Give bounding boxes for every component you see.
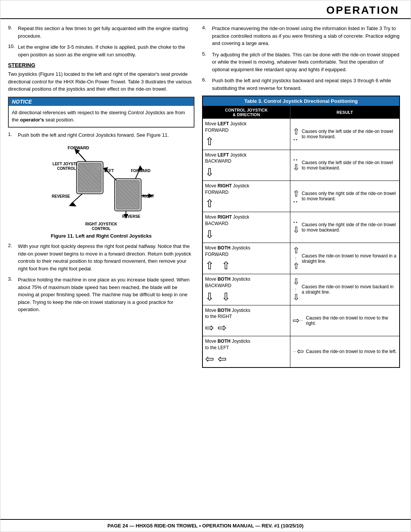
col1-label: CONTROL JOYSTICK& DIRECTION bbox=[225, 108, 268, 117]
result-cell-3: ⇧ ▪▪ Causes only the right side of the r… bbox=[290, 181, 400, 212]
figure-11-svg: FORWARD LEFT JOYSTICK CONTROL REVERSE bbox=[40, 142, 162, 230]
row-arrows-5: ⇧ ⇧ bbox=[205, 259, 288, 272]
step-2: 2. With your right foot quickly depress … bbox=[8, 243, 194, 272]
item-9-text: Repeat this section a few times to get f… bbox=[18, 25, 194, 40]
result-icon-4: ⇩ bbox=[293, 225, 299, 235]
svg-text:RIGHT JOYSTICK: RIGHT JOYSTICK bbox=[85, 222, 118, 226]
result-dots-5a: ⋮ bbox=[294, 256, 298, 260]
result-cell-4: ▪▪ ⇩ Causes only the right side of the r… bbox=[290, 212, 400, 243]
result-row-6: ⇩ ⋮ ⇩ Causes the ride-on trowel to move … bbox=[293, 277, 397, 302]
row-arrow-3: ⇧ bbox=[205, 197, 288, 210]
item-9-num: 9. bbox=[8, 25, 16, 40]
page-footer: PAGE 24 — HHXG5 RIDE-ON TROWEL • OPERATI… bbox=[0, 519, 411, 532]
step-3: 3. Practice holding the machine in one p… bbox=[8, 276, 194, 313]
step-6-text: Push both the left and right joysticks b… bbox=[212, 77, 400, 92]
arrow-5-left: ⇧ bbox=[205, 259, 214, 272]
joystick-cell-1: Move LEFT JoystickFORWARD ⇧ bbox=[202, 119, 290, 150]
step-5: 5. Try adjusting the pitch of the blades… bbox=[202, 51, 400, 73]
steering-text: Two joysticks (Figure 11) located to the… bbox=[8, 70, 194, 93]
result-text-3: Causes only the right side of the ride-o… bbox=[302, 191, 397, 201]
page-header: OPERATION bbox=[0, 0, 411, 19]
steering-heading: STEERING bbox=[8, 62, 194, 68]
result-dots-4: ▪▪ bbox=[293, 220, 298, 224]
result-row-5: ⇧ ⋮ ⇧ Causes the ride-on trowel to move … bbox=[293, 246, 397, 271]
table-row: Move RIGHT JoystickFORWARD ⇧ ⇧ ▪▪ Causes… bbox=[202, 181, 400, 212]
row-label-4: Move RIGHT JoystickBACWARD bbox=[205, 214, 288, 227]
step-2-num: 2. bbox=[8, 243, 16, 272]
table-row: Move BOTH Joysticksto the RIGHT ⇨ ⇨ ⇨ bbox=[202, 305, 400, 336]
notice-bold: operator's bbox=[20, 117, 44, 123]
joystick-cell-8: Move BOTH Joysticksto the LEFT ⇦ ⇦ bbox=[202, 336, 290, 367]
table-row: Move RIGHT JoystickBACWARD ⇩ ▪▪ ⇩ Causes… bbox=[202, 212, 400, 243]
svg-text:CONTROL: CONTROL bbox=[57, 166, 76, 171]
result-icon-1a: ⇧ bbox=[293, 127, 299, 137]
joystick-cell-7: Move BOTH Joysticksto the RIGHT ⇨ ⇨ bbox=[202, 305, 290, 336]
result-dots-8: ⋯ bbox=[293, 350, 297, 354]
row-arrow-2: ⇩ bbox=[205, 166, 288, 179]
table-title: Table 3. Control Joystick Directional Po… bbox=[202, 96, 400, 106]
row-label-7: Move BOTH Joysticksto the RIGHT bbox=[205, 307, 288, 320]
row-arrows-8: ⇦ ⇦ bbox=[205, 353, 288, 365]
result-icon-3: ⇧ bbox=[293, 189, 299, 199]
arrow-8-left: ⇦ bbox=[205, 353, 214, 365]
arrow-6-right: ⇩ bbox=[221, 291, 230, 303]
svg-text:REVERSE: REVERSE bbox=[52, 194, 70, 198]
result-icon-5b: ⇧ bbox=[293, 261, 299, 271]
step-6: 6. Push both the left and right joystick… bbox=[202, 77, 400, 92]
table-header-row: CONTROL JOYSTICK& DIRECTION RESULT bbox=[202, 106, 400, 119]
row-label-1: Move LEFT JoystickFORWARD bbox=[205, 121, 288, 134]
joystick-cell-3: Move RIGHT JoystickFORWARD ⇧ bbox=[202, 181, 290, 212]
row-label-2: Move LEFT JoystickBACKWARD bbox=[205, 152, 288, 165]
figure-caption: Figure 11. Left and Right Control Joysti… bbox=[8, 233, 194, 239]
notice-box: NOTICE All directional references with r… bbox=[8, 97, 194, 128]
result-text-6: Causes the ride-on trowel to move backar… bbox=[302, 284, 397, 295]
table-title-row: Table 3. Control Joystick Directional Po… bbox=[202, 96, 400, 106]
col1-header: CONTROL JOYSTICK& DIRECTION bbox=[202, 106, 290, 119]
result-cell-6: ⇩ ⋮ ⇩ Causes the ride-on trowel to move … bbox=[290, 274, 400, 305]
svg-marker-20 bbox=[69, 202, 76, 206]
result-icon-5a: ⇧ bbox=[293, 246, 299, 256]
left-column: 9. Repeat this section a few times to ge… bbox=[8, 25, 194, 513]
joystick-cell-2: Move LEFT JoystickBACKWARD ⇩ bbox=[202, 150, 290, 181]
result-row-7: ⇨ ⋯ Causes the ride-on trowel to move to… bbox=[293, 315, 397, 326]
step-4-text: Practice maneuvering the ride-on trowel … bbox=[212, 25, 400, 47]
result-dots-7: ⋯ bbox=[299, 318, 304, 323]
table-row: Move LEFT JoystickBACKWARD ⇩ ▪▪ ⇩ Causes… bbox=[202, 150, 400, 181]
result-text-8: Causes the ride-on trowel to move to the… bbox=[306, 349, 397, 354]
result-cell-5: ⇧ ⋮ ⇧ Causes the ride-on trowel to move … bbox=[290, 243, 400, 274]
result-row-4: ▪▪ ⇩ Causes only the right side of the r… bbox=[293, 220, 397, 235]
notice-body: All directional references with respect … bbox=[9, 106, 194, 127]
notice-header: NOTICE bbox=[9, 97, 194, 106]
row-label-6: Move BOTH JoysticksBACKWARD bbox=[205, 276, 288, 289]
item-9: 9. Repeat this section a few times to ge… bbox=[8, 25, 194, 40]
result-row-1: ⇧ ▪▪ Causes only the left side of the ri… bbox=[293, 127, 397, 142]
joystick-cell-5: Move BOTH JoysticksFORWARD ⇧ ⇧ bbox=[202, 243, 290, 274]
joystick-cell-6: Move BOTH JoysticksBACKWARD ⇩ ⇩ bbox=[202, 274, 290, 305]
step-4-num: 4. bbox=[202, 25, 210, 47]
row-label-5: Move BOTH JoysticksFORWARD bbox=[205, 245, 288, 258]
result-dots-3: ▪▪ bbox=[293, 200, 298, 204]
joystick-cell-4: Move RIGHT JoystickBACWARD ⇩ bbox=[202, 212, 290, 243]
svg-text:CONTROL: CONTROL bbox=[92, 227, 110, 230]
arrow-8-right: ⇦ bbox=[218, 353, 226, 365]
result-dots-1: ▪▪ bbox=[293, 137, 298, 142]
page-title: OPERATION bbox=[12, 4, 399, 16]
result-icon-8: ⇦ bbox=[297, 347, 304, 356]
col2-label: RESULT bbox=[336, 110, 353, 115]
result-row-3: ⇧ ▪▪ Causes only the right side of the r… bbox=[293, 189, 397, 204]
result-icon-7: ⇨ bbox=[293, 316, 299, 326]
result-icon-2: ⇩ bbox=[293, 163, 299, 173]
step-5-num: 5. bbox=[202, 51, 210, 73]
row-arrows-6: ⇩ ⇩ bbox=[205, 291, 288, 303]
result-text-1: Causes only the left side of the ride-on… bbox=[302, 129, 397, 139]
step-5-text: Try adjusting the pitch of the blades. T… bbox=[212, 51, 400, 73]
svg-text:FORWARD: FORWARD bbox=[68, 145, 89, 150]
row-arrows-7: ⇨ ⇨ bbox=[205, 321, 288, 334]
result-text-5: Causes the ride-on trowel to move forwar… bbox=[302, 253, 397, 264]
table-row: Move BOTH JoysticksBACKWARD ⇩ ⇩ ⇩ bbox=[202, 274, 400, 305]
row-label-8: Move BOTH Joysticksto the LEFT bbox=[205, 338, 288, 351]
result-text-7: Causes the ride-on trowel to move to the… bbox=[306, 315, 397, 326]
page: OPERATION 9. Repeat this section a few t… bbox=[0, 0, 411, 532]
row-arrow-4: ⇩ bbox=[205, 228, 288, 241]
svg-marker-39 bbox=[138, 165, 143, 171]
